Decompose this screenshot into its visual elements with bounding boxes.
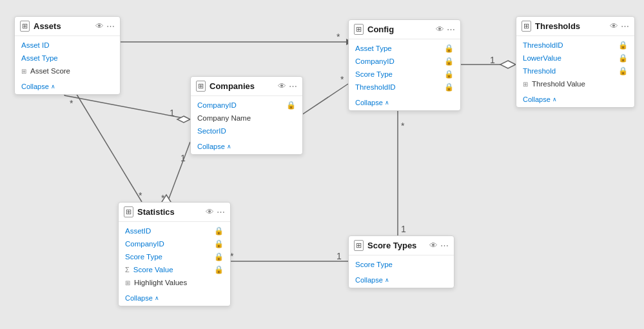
table-row: Asset ID (15, 39, 120, 52)
table-row: Σ Score Value 🔒 (119, 263, 230, 276)
svg-text:1: 1 (170, 108, 175, 118)
table-score-types: ⊞ Score Types 👁 ⋯ Score Type Collapse ∧ (348, 235, 454, 288)
lock-icon: 🔒 (444, 83, 454, 92)
svg-text:*: * (340, 74, 344, 85)
score-types-more-icon[interactable]: ⋯ (440, 241, 449, 250)
lock-icon: 🔒 (214, 265, 224, 274)
companies-collapse[interactable]: Collapse ∧ (191, 140, 238, 154)
lock-icon: 🔒 (618, 54, 628, 63)
svg-text:*: * (337, 32, 340, 42)
svg-text:1: 1 (401, 224, 406, 234)
table-row: Asset Type 🔒 (349, 42, 460, 55)
table-row: Company Name (191, 112, 302, 125)
table-row: CompanyID 🔒 (191, 99, 302, 112)
table-row: LowerValue 🔒 (516, 52, 634, 65)
svg-text:1: 1 (181, 153, 186, 163)
assets-fields: Asset ID Asset Type ⊞ Asset Score (15, 36, 120, 80)
lock-icon: 🔒 (214, 239, 224, 248)
assets-table-icon: ⊞ (20, 21, 30, 32)
companies-title: Companies (210, 81, 275, 91)
lock-icon: 🔒 (214, 252, 224, 261)
lock-icon: 🔒 (214, 226, 224, 235)
statistics-collapse[interactable]: Collapse ∧ (119, 292, 166, 306)
table-row: SectorID (191, 125, 302, 137)
table-assets: ⊞ Assets 👁 ⋯ Asset ID Asset Type ⊞ Asset… (14, 16, 121, 95)
svg-text:*: * (401, 121, 405, 131)
score-types-table-icon: ⊞ (354, 240, 364, 251)
companies-table-icon: ⊞ (196, 81, 206, 92)
table-row: Score Type (349, 258, 454, 271)
sigma-icon: Σ (125, 266, 130, 274)
svg-text:*: * (70, 98, 73, 108)
thresholds-collapse[interactable]: Collapse ∧ (516, 93, 563, 107)
lock-icon: 🔒 (618, 66, 628, 75)
config-title: Config (367, 25, 433, 34)
svg-text:1: 1 (337, 251, 342, 261)
statistics-title: Statistics (137, 207, 203, 217)
score-types-collapse[interactable]: Collapse ∧ (349, 274, 396, 288)
statistics-fields: AssetID 🔒 CompanyID 🔒 Score Type 🔒 Σ Sco… (119, 222, 230, 292)
assets-more-icon[interactable]: ⋯ (106, 21, 115, 31)
lock-icon: 🔒 (618, 41, 628, 50)
svg-text:1: 1 (490, 55, 495, 65)
score-types-fields: Score Type (349, 255, 454, 274)
table-row-icon: ⊞ (523, 81, 528, 88)
thresholds-table-icon: ⊞ (522, 21, 531, 32)
companies-fields: CompanyID 🔒 Company Name SectorID (191, 96, 302, 140)
score-types-title: Score Types (367, 241, 427, 250)
companies-header: ⊞ Companies 👁 ⋯ (191, 77, 302, 96)
table-row: Asset Type (15, 52, 120, 65)
statistics-header: ⊞ Statistics 👁 ⋯ (119, 203, 230, 222)
table-companies: ⊞ Companies 👁 ⋯ CompanyID 🔒 Company Name… (190, 76, 303, 155)
svg-text:*: * (139, 190, 142, 201)
config-collapse[interactable]: Collapse ∧ (349, 96, 396, 110)
config-fields: Asset Type 🔒 CompanyID 🔒 Score Type 🔒 Th… (349, 39, 460, 96)
thresholds-fields: ThresholdID 🔒 LowerValue 🔒 Threshold 🔒 ⊞… (516, 36, 634, 93)
thresholds-eye-icon[interactable]: 👁 (610, 21, 618, 31)
diagram-canvas: * * 1 1 * * 1 * 1 * * 1 * 1 (0, 0, 644, 329)
table-row: AssetID 🔒 (119, 224, 230, 237)
table-config: ⊞ Config 👁 ⋯ Asset Type 🔒 CompanyID 🔒 Sc… (348, 19, 461, 111)
config-eye-icon[interactable]: 👁 (436, 25, 444, 34)
assets-title: Assets (34, 21, 93, 31)
score-types-header: ⊞ Score Types 👁 ⋯ (349, 236, 454, 255)
score-types-eye-icon[interactable]: 👁 (429, 241, 438, 250)
table-row: Score Type 🔒 (119, 250, 230, 263)
statistics-more-icon[interactable]: ⋯ (217, 207, 225, 217)
companies-more-icon[interactable]: ⋯ (289, 81, 297, 91)
thresholds-more-icon[interactable]: ⋯ (621, 21, 629, 31)
table-row: ⊞ Threshold Value (516, 77, 634, 90)
svg-marker-20 (500, 61, 516, 68)
statistics-eye-icon[interactable]: 👁 (206, 207, 214, 217)
assets-collapse[interactable]: Collapse ∧ (15, 80, 62, 94)
table-row: ⊞ Asset Score (15, 65, 120, 77)
table-row: ⊞ Highlight Values (119, 276, 230, 289)
thresholds-title: Thresholds (535, 21, 607, 31)
table-row: ThresholdID 🔒 (516, 39, 634, 52)
statistics-table-icon: ⊞ (124, 206, 133, 217)
table-row: CompanyID 🔒 (119, 237, 230, 250)
lock-icon: 🔒 (286, 101, 296, 110)
svg-marker-6 (177, 116, 190, 123)
lock-icon: 🔒 (444, 57, 454, 66)
table-statistics: ⊞ Statistics 👁 ⋯ AssetID 🔒 CompanyID 🔒 S… (118, 202, 231, 306)
table-thresholds: ⊞ Thresholds 👁 ⋯ ThresholdID 🔒 LowerValu… (516, 16, 635, 108)
svg-line-12 (168, 142, 190, 202)
lock-icon: 🔒 (444, 44, 454, 53)
config-table-icon: ⊞ (354, 24, 364, 35)
config-header: ⊞ Config 👁 ⋯ (349, 20, 460, 39)
svg-line-5 (64, 95, 190, 119)
config-more-icon[interactable]: ⋯ (447, 25, 455, 34)
table-row: Score Type 🔒 (349, 68, 460, 81)
assets-header: ⊞ Assets 👁 ⋯ (15, 17, 120, 36)
table-row: ThresholdID 🔒 (349, 81, 460, 94)
table-row: CompanyID 🔒 (349, 55, 460, 68)
lock-icon: 🔒 (444, 70, 454, 79)
assets-eye-icon[interactable]: 👁 (95, 21, 104, 31)
table-row-icon: ⊞ (21, 68, 26, 75)
thresholds-header: ⊞ Thresholds 👁 ⋯ (516, 17, 634, 36)
companies-eye-icon[interactable]: 👁 (278, 81, 286, 91)
table-row: Threshold 🔒 (516, 65, 634, 77)
table-row-icon: ⊞ (125, 279, 130, 286)
